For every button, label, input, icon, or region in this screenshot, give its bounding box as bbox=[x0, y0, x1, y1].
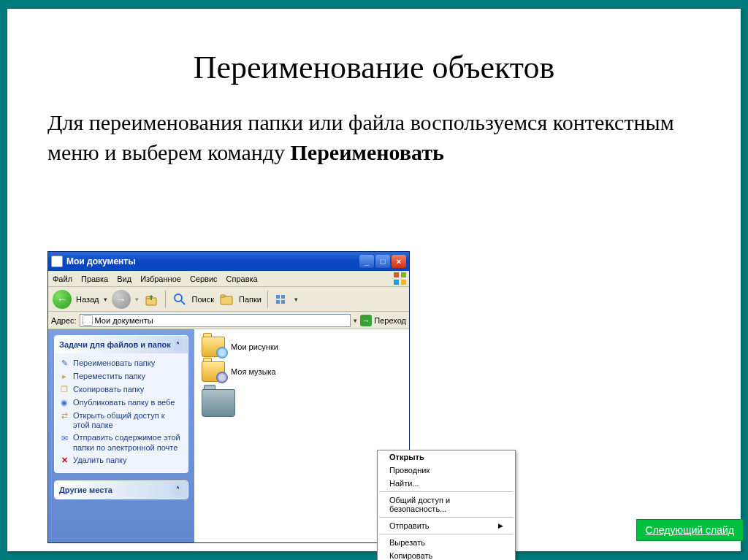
address-dropdown-icon[interactable]: ▾ bbox=[354, 317, 357, 324]
go-button[interactable]: → Переход bbox=[360, 315, 406, 326]
svg-rect-9 bbox=[281, 300, 285, 304]
tasks-header-label: Задачи для файлов и папок bbox=[59, 340, 171, 349]
svg-rect-7 bbox=[281, 295, 285, 299]
svg-point-2 bbox=[175, 294, 182, 302]
menu-item-label: Проводник bbox=[389, 466, 430, 475]
task-label: Удалить папку bbox=[73, 456, 127, 465]
task-copy-folder[interactable]: ❐Скопировать папку bbox=[59, 383, 183, 396]
folder-label: Моя музыка bbox=[231, 367, 276, 376]
go-label: Переход bbox=[374, 316, 406, 325]
collapse-icon: ˄ bbox=[172, 484, 183, 496]
window-title: Мои документы bbox=[66, 256, 359, 266]
close-button[interactable]: × bbox=[392, 255, 406, 268]
svg-rect-8 bbox=[276, 300, 280, 304]
task-email-contents[interactable]: ✉Отправить содержимое этой папки по элек… bbox=[59, 431, 183, 453]
context-copy[interactable]: Копировать bbox=[378, 549, 515, 560]
context-open[interactable]: Открыть bbox=[378, 450, 515, 464]
task-move-folder[interactable]: ▸Переместить папку bbox=[59, 370, 183, 383]
forward-button[interactable]: → bbox=[112, 290, 131, 309]
paragraph-bold: Переименовать bbox=[291, 140, 444, 164]
explorer-content: Задачи для файлов и папок ˄ ✎Переименова… bbox=[48, 329, 409, 542]
svg-rect-6 bbox=[276, 295, 280, 299]
context-sharing[interactable]: Общий доступ и безопасность... bbox=[378, 494, 515, 515]
menu-item-label: Открыть bbox=[389, 453, 424, 461]
task-rename-folder[interactable]: ✎Переименовать папку bbox=[59, 357, 183, 370]
menu-item-label: Вырезать bbox=[389, 538, 425, 547]
places-header[interactable]: Другие места ˄ bbox=[55, 481, 188, 499]
my-documents-icon bbox=[51, 256, 63, 267]
selected-folder[interactable] bbox=[202, 389, 235, 417]
file-folder-tasks-box: Задачи для файлов и папок ˄ ✎Переименова… bbox=[54, 335, 188, 473]
views-dropdown-icon[interactable]: ▾ bbox=[294, 296, 298, 303]
folder-icon bbox=[202, 337, 225, 357]
file-pane: Мои рисунки Моя музыка Открыть Проводник bbox=[194, 329, 409, 542]
menu-item-label: Отправить bbox=[389, 521, 430, 530]
submenu-arrow-icon: ▶ bbox=[498, 522, 503, 529]
folders-icon[interactable] bbox=[218, 291, 234, 307]
folder-label: Мои рисунки bbox=[231, 342, 278, 351]
menu-item-label: Найти... bbox=[389, 479, 419, 488]
svg-rect-5 bbox=[221, 295, 225, 297]
back-button[interactable]: ← bbox=[53, 290, 72, 309]
views-button[interactable] bbox=[274, 291, 290, 307]
next-slide-button[interactable]: Следующий слайд bbox=[636, 519, 744, 541]
address-label: Адрес: bbox=[51, 316, 77, 325]
delete-icon: ✕ bbox=[59, 456, 69, 466]
task-label: Открыть общий доступ к этой папке bbox=[73, 411, 183, 430]
rename-icon: ✎ bbox=[59, 358, 69, 369]
context-cut[interactable]: Вырезать bbox=[378, 536, 515, 549]
tasks-sidebar: Задачи для файлов и папок ˄ ✎Переименова… bbox=[48, 329, 194, 542]
context-separator bbox=[379, 517, 514, 518]
folders-label: Папки bbox=[239, 295, 262, 304]
forward-dropdown-icon: ▾ bbox=[135, 296, 139, 303]
context-explorer[interactable]: Проводник bbox=[378, 464, 515, 477]
window-titlebar: Мои документы _ □ × bbox=[48, 252, 409, 271]
context-find[interactable]: Найти... bbox=[378, 477, 515, 490]
address-bar: Адрес: Мои документы ▾ → Переход bbox=[48, 312, 409, 329]
task-share-folder[interactable]: ⇄Открыть общий доступ к этой папке bbox=[59, 410, 183, 431]
window-buttons: _ □ × bbox=[359, 255, 406, 268]
tasks-header[interactable]: Задачи для файлов и папок ˄ bbox=[55, 336, 188, 353]
address-folder-icon bbox=[83, 315, 93, 326]
menu-favorites[interactable]: Избранное bbox=[140, 275, 181, 283]
go-arrow-icon: → bbox=[360, 315, 372, 326]
menu-file[interactable]: Файл bbox=[53, 275, 72, 283]
folder-my-pictures[interactable]: Мои рисунки bbox=[202, 337, 402, 357]
back-dropdown-icon[interactable]: ▾ bbox=[104, 296, 107, 303]
address-value: Мои документы bbox=[95, 316, 153, 325]
slide-body-text: Для переименования папки или файла воспо… bbox=[7, 108, 741, 182]
context-menu: Открыть Проводник Найти... Общий доступ … bbox=[377, 450, 516, 560]
email-icon: ✉ bbox=[59, 433, 69, 443]
pictures-overlay-icon bbox=[216, 347, 228, 358]
slide-title: Переименование объектов bbox=[7, 9, 741, 108]
menu-edit[interactable]: Правка bbox=[81, 275, 108, 283]
folder-icon bbox=[202, 361, 225, 382]
task-delete-folder[interactable]: ✕Удалить папку bbox=[59, 454, 183, 467]
maximize-button[interactable]: □ bbox=[375, 255, 390, 268]
search-label: Поиск bbox=[192, 295, 214, 304]
menu-tools[interactable]: Сервис bbox=[190, 275, 218, 283]
windows-flag-icon bbox=[394, 272, 407, 285]
context-separator bbox=[379, 491, 514, 492]
slide: Переименование объектов Для переименован… bbox=[7, 9, 741, 551]
explorer-window: Мои документы _ □ × Файл Правка Вид Избр… bbox=[47, 251, 410, 543]
search-icon[interactable] bbox=[172, 291, 188, 307]
folder-my-music[interactable]: Моя музыка bbox=[202, 361, 402, 382]
music-overlay-icon bbox=[216, 372, 228, 383]
task-label: Переименовать папку bbox=[73, 358, 155, 368]
task-label: Опубликовать папку в вебе bbox=[73, 398, 175, 407]
places-header-label: Другие места bbox=[59, 486, 112, 494]
context-send-to[interactable]: Отправить▶ bbox=[378, 519, 515, 532]
task-publish-web[interactable]: ◉Опубликовать папку в вебе bbox=[59, 396, 183, 410]
svg-rect-4 bbox=[221, 296, 232, 304]
share-icon: ⇄ bbox=[59, 411, 69, 421]
menu-item-label: Общий доступ и безопасность... bbox=[389, 496, 503, 513]
menu-help[interactable]: Справка bbox=[226, 275, 258, 283]
task-label: Скопировать папку bbox=[73, 385, 144, 394]
menu-view[interactable]: Вид bbox=[117, 275, 131, 283]
up-button[interactable] bbox=[143, 291, 159, 307]
back-label: Назад bbox=[76, 295, 99, 304]
address-input[interactable]: Мои документы bbox=[80, 314, 351, 327]
tasks-body: ✎Переименовать папку ▸Переместить папку … bbox=[55, 353, 188, 472]
minimize-button[interactable]: _ bbox=[359, 255, 374, 268]
